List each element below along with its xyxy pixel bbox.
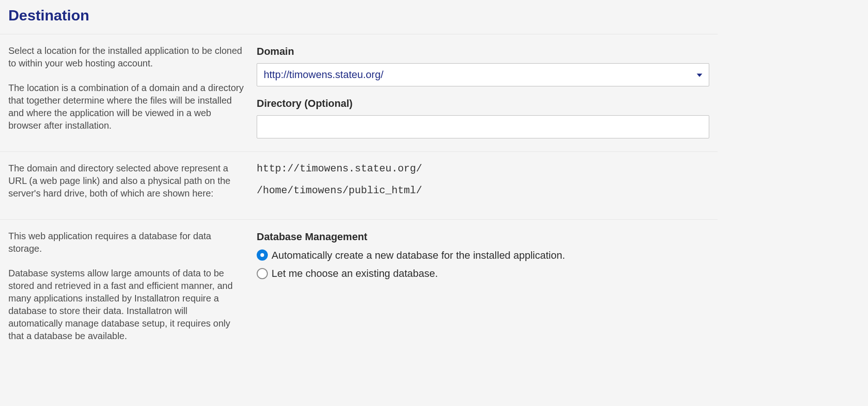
- resolved-url: http://timowens.stateu.org/: [257, 162, 709, 176]
- directory-input[interactable]: [257, 115, 709, 138]
- domain-select-value: http://timowens.stateu.org/: [264, 68, 383, 82]
- location-description: Select a location for the installed appl…: [8, 45, 257, 138]
- directory-label: Directory (Optional): [257, 97, 709, 111]
- database-desc-p2: Database systems allow large amounts of …: [8, 267, 244, 342]
- radio-existing-label: Let me choose an existing database.: [272, 267, 438, 281]
- radio-icon: [257, 249, 268, 261]
- database-heading: Database Management: [257, 230, 709, 244]
- resolved-filesystem-path: /home/timowens/public_html/: [257, 184, 709, 198]
- paths-desc: The domain and directory selected above …: [8, 162, 244, 200]
- radio-auto-create-db[interactable]: Automatically create a new database for …: [257, 249, 709, 262]
- database-desc-p1: This web application requires a database…: [8, 230, 244, 255]
- location-desc-p1: Select a location for the installed appl…: [8, 45, 244, 70]
- radio-auto-label: Automatically create a new database for …: [272, 249, 565, 262]
- radio-existing-db[interactable]: Let me choose an existing database.: [257, 267, 709, 281]
- paths-description: The domain and directory selected above …: [8, 162, 257, 206]
- database-description: This web application requires a database…: [8, 230, 257, 342]
- location-desc-p2: The location is a combination of a domai…: [8, 82, 244, 132]
- section-header: Destination: [0, 0, 718, 34]
- row-location: Select a location for the installed appl…: [0, 34, 718, 151]
- radio-icon: [257, 268, 268, 279]
- domain-label: Domain: [257, 45, 709, 59]
- domain-select[interactable]: http://timowens.stateu.org/: [257, 63, 709, 86]
- section-title: Destination: [8, 6, 709, 26]
- row-paths: The domain and directory selected above …: [0, 152, 718, 220]
- row-database: This web application requires a database…: [0, 220, 718, 355]
